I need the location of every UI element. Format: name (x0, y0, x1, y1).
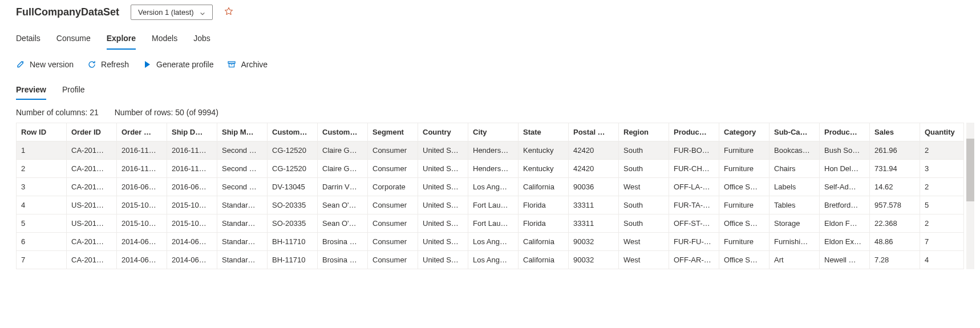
table-cell: 6 (17, 233, 67, 251)
table-cell: Consumer (368, 141, 418, 160)
table-cell: Fort Lau… (468, 214, 519, 233)
column-header[interactable]: Ship M… (217, 123, 268, 141)
table-row[interactable]: 5US-201…2015-10…2015-10…Standar…SO-20335… (17, 214, 964, 233)
table-cell: 2016-06… (117, 178, 167, 196)
table-cell: Eldon Ex… (820, 233, 870, 251)
table-cell: United S… (418, 196, 468, 214)
table-cell: CA-201… (67, 233, 117, 251)
column-header[interactable]: State (519, 123, 569, 141)
refresh-label: Refresh (101, 60, 129, 69)
table-cell: 7 (920, 233, 964, 251)
toolbar: New version Refresh Generate profile Arc… (16, 60, 964, 69)
table-row[interactable]: 7CA-201…2014-06…2014-06…Standar…BH-11710… (17, 251, 964, 269)
table-cell: FUR-FU-… (669, 233, 719, 251)
table-cell: Consumer (368, 251, 418, 269)
column-header[interactable]: Custom… (318, 123, 368, 141)
column-header[interactable]: Row ID (17, 123, 67, 141)
chevron-down-icon (200, 10, 205, 15)
table-row[interactable]: 3CA-201…2016-06…2016-06…Second …DV-13045… (17, 178, 964, 196)
table-cell: FUR-BO… (669, 141, 719, 160)
table-cell: Standar… (217, 233, 268, 251)
column-header[interactable]: City (468, 123, 519, 141)
column-header[interactable]: Order … (117, 123, 167, 141)
table-cell: CA-201… (67, 141, 117, 160)
column-header[interactable]: Produc… (820, 123, 870, 141)
table-cell: 4 (17, 196, 67, 214)
table-cell: 7 (17, 251, 67, 269)
table-cell: 2 (920, 178, 964, 196)
tab-details[interactable]: Details (16, 30, 41, 50)
tab-consume[interactable]: Consume (56, 30, 91, 50)
table-cell: 90036 (569, 178, 619, 196)
table-cell: 5 (17, 214, 67, 233)
scrollbar-thumb[interactable] (966, 139, 974, 201)
column-header[interactable]: Order ID (67, 123, 117, 141)
table-cell: Bretford… (820, 196, 870, 214)
column-header[interactable]: Ship D… (167, 123, 217, 141)
column-header[interactable]: Segment (368, 123, 418, 141)
table-cell: Los Ang… (468, 233, 519, 251)
sub-tab-profile[interactable]: Profile (62, 83, 85, 100)
generate-profile-label: Generate profile (156, 60, 213, 69)
tab-jobs[interactable]: Jobs (193, 30, 210, 50)
table-cell: 5 (920, 196, 964, 214)
table-cell: FUR-CH… (669, 160, 719, 178)
table-cell: Consumer (368, 233, 418, 251)
table-cell: Kentucky (519, 160, 569, 178)
table-cell: 2016-06… (167, 178, 217, 196)
refresh-button[interactable]: Refresh (87, 60, 129, 69)
table-row[interactable]: 1CA-201…2016-11…2016-11…Second …CG-12520… (17, 141, 964, 160)
table-cell: South (619, 141, 669, 160)
table-cell: 22.368 (870, 214, 920, 233)
table-cell: Chairs (770, 160, 820, 178)
table-cell: 2015-10… (117, 214, 167, 233)
table-cell: Claire G… (318, 141, 368, 160)
table-cell: Los Ang… (468, 251, 519, 269)
tab-models[interactable]: Models (152, 30, 177, 50)
column-header[interactable]: Produc… (669, 123, 719, 141)
refresh-icon (87, 60, 96, 69)
table-cell: Tables (770, 196, 820, 214)
column-header[interactable]: Sub-Ca… (770, 123, 820, 141)
table-cell: Second … (217, 160, 268, 178)
table-cell: Fort Lau… (468, 196, 519, 214)
column-header[interactable]: Region (619, 123, 669, 141)
table-cell: CG-12520 (268, 160, 318, 178)
table-cell: Office S… (719, 251, 770, 269)
table-cell: Newell … (820, 251, 870, 269)
table-cell: Corporate (368, 178, 418, 196)
table-cell: Los Ang… (468, 178, 519, 196)
table-row[interactable]: 2CA-201…2016-11…2016-11…Second …CG-12520… (17, 160, 964, 178)
table-cell: 4 (920, 251, 964, 269)
column-header[interactable]: Sales (870, 123, 920, 141)
table-cell: 3 (920, 160, 964, 178)
column-header[interactable]: Quantity (920, 123, 964, 141)
sub-tab-preview[interactable]: Preview (16, 83, 46, 100)
favorite-star-button[interactable] (224, 7, 233, 18)
version-dropdown[interactable]: Version 1 (latest) (131, 5, 213, 20)
vertical-scrollbar[interactable] (966, 123, 974, 269)
table-row[interactable]: 6CA-201…2014-06…2014-06…Standar…BH-11710… (17, 233, 964, 251)
column-header[interactable]: Postal … (569, 123, 619, 141)
table-cell: United S… (418, 251, 468, 269)
nav-tabs: Details Consume Explore Models Jobs (16, 30, 964, 50)
column-header[interactable]: Country (418, 123, 468, 141)
table-cell: 2016-11… (167, 141, 217, 160)
table-cell: OFF-ST-… (669, 214, 719, 233)
generate-profile-button[interactable]: Generate profile (143, 60, 213, 69)
column-header[interactable]: Custom… (268, 123, 318, 141)
table-cell: Darrin V… (318, 178, 368, 196)
column-header[interactable]: Category (719, 123, 770, 141)
new-version-button[interactable]: New version (16, 60, 74, 69)
table-cell: West (619, 233, 669, 251)
table-row[interactable]: 4US-201…2015-10…2015-10…Standar…SO-20335… (17, 196, 964, 214)
archive-button[interactable]: Archive (227, 60, 268, 69)
table-cell: 2014-06… (167, 233, 217, 251)
table-cell: 2016-11… (117, 160, 167, 178)
table-cell: South (619, 196, 669, 214)
table-cell: 42420 (569, 141, 619, 160)
table-cell: 2015-10… (167, 214, 217, 233)
table-cell: Consumer (368, 160, 418, 178)
table-cell: 2015-10… (117, 196, 167, 214)
tab-explore[interactable]: Explore (107, 30, 136, 50)
